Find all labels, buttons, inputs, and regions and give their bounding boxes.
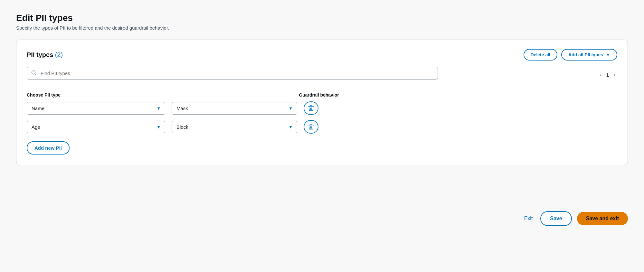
save-and-exit-button[interactable]: Save and exit [577, 212, 628, 225]
svg-line-1 [35, 74, 36, 75]
guardrail-select-wrap-1: Mask Block Anonymize ▼ [172, 102, 297, 115]
pagination-next-button[interactable]: › [611, 70, 617, 80]
pii-type-select-wrap-1: Name Age Email Phone SSN ▼ [27, 102, 165, 115]
pii-type-select-1[interactable]: Name Age Email Phone SSN [27, 102, 165, 115]
search-area [27, 67, 598, 86]
card-title: PII types (2) [27, 51, 63, 58]
card-header: PII types (2) Delete all Add all PII typ… [27, 49, 617, 61]
pagination-prev-button[interactable]: ‹ [598, 70, 604, 80]
add-all-label: Add all PII types [568, 52, 603, 57]
add-all-pii-types-button[interactable]: Add all PII types ▼ [561, 49, 617, 61]
table-row: Name Age Email Phone SSN ▼ Mask Block An… [27, 120, 617, 134]
pii-type-column-label: Choose PII type [27, 92, 292, 98]
table-row: Name Age Email Phone SSN ▼ Mask Block An… [27, 101, 617, 115]
search-container [27, 67, 598, 80]
pagination: ‹ 1 › [598, 70, 617, 80]
exit-button[interactable]: Exit [522, 212, 535, 225]
delete-row-2-button[interactable] [304, 120, 318, 134]
add-all-chevron-icon: ▼ [606, 52, 610, 57]
page-subtitle: Specify the types of PII to be filtered … [16, 25, 628, 31]
card-count: (2) [55, 51, 63, 58]
delete-all-button[interactable]: Delete all [524, 49, 557, 61]
columns-header: Choose PII type Guardrail behavior [27, 92, 617, 98]
pii-type-select-2[interactable]: Name Age Email Phone SSN [27, 121, 165, 133]
pagination-current: 1 [606, 72, 609, 78]
search-icon [31, 70, 36, 77]
guardrail-select-wrap-2: Mask Block Anonymize ▼ [172, 121, 297, 133]
pii-type-select-wrap-2: Name Age Email Phone SSN ▼ [27, 121, 165, 133]
header-actions: Delete all Add all PII types ▼ [524, 49, 617, 61]
delete-row-1-button[interactable] [304, 101, 318, 115]
trash-icon-1 [308, 105, 314, 111]
search-row: ‹ 1 › [27, 67, 617, 86]
card-title-area: PII types (2) [27, 51, 63, 59]
trash-icon-2 [308, 124, 314, 130]
guardrail-column-label: Guardrail behavior [299, 92, 535, 98]
search-input[interactable] [27, 67, 438, 80]
guardrail-select-1[interactable]: Mask Block Anonymize [172, 102, 297, 115]
add-new-pii-button[interactable]: Add new PII [27, 141, 70, 155]
save-button[interactable]: Save [540, 211, 572, 226]
pii-types-card: PII types (2) Delete all Add all PII typ… [16, 40, 628, 165]
guardrail-select-2[interactable]: Mask Block Anonymize [172, 121, 297, 133]
page-title: Edit PII types [16, 13, 628, 23]
footer-actions: Exit Save Save and exit [16, 178, 628, 259]
